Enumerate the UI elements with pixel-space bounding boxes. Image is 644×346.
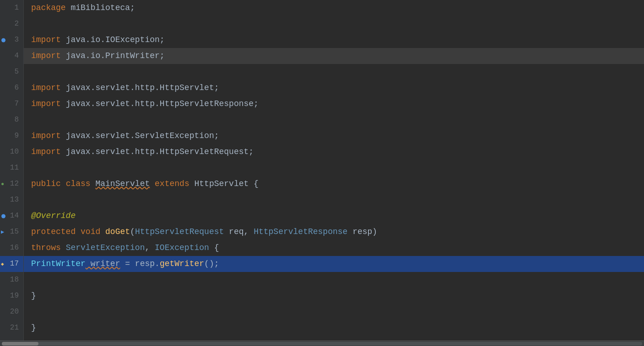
token: throws xyxy=(31,243,66,252)
scrollbar-track[interactable] xyxy=(2,342,642,346)
token: writer xyxy=(86,259,120,268)
token: HttpServlet xyxy=(194,179,249,188)
scrollbar-thumb[interactable] xyxy=(2,342,38,346)
code-line-6: import javax.servlet.http.HttpServlet; xyxy=(24,80,644,96)
token: { xyxy=(249,179,259,188)
token: ; xyxy=(214,83,219,92)
line-number-11: 11 xyxy=(0,160,23,176)
line-number-7: 7 xyxy=(0,96,23,112)
code-line-4: import java.io.PrintWriter; xyxy=(24,48,644,64)
token: extends xyxy=(150,179,194,188)
token: ; xyxy=(254,99,259,108)
code-line-8 xyxy=(24,112,644,128)
code-line-17: PrintWriter writer = resp.getWriter(); xyxy=(24,256,644,272)
token: IOException xyxy=(155,243,209,252)
line-number-18: 18 xyxy=(0,272,23,288)
code-content[interactable]: package miBiblioteca;import java.io.IOEx… xyxy=(24,0,644,341)
code-line-1: package miBiblioteca; xyxy=(24,0,644,16)
token: req, xyxy=(224,227,254,236)
code-line-7: import javax.servlet.http.HttpServletRes… xyxy=(24,96,644,112)
code-editor: 1234567891011●121314▶1516◆1718192021 pac… xyxy=(0,0,644,346)
token: java.io.IOException xyxy=(66,35,160,44)
token: miBiblioteca xyxy=(70,3,130,12)
line-number-14: 14 xyxy=(0,208,23,224)
token: public xyxy=(31,179,66,188)
token: } xyxy=(31,323,36,332)
code-line-20 xyxy=(24,304,644,320)
token: ; xyxy=(130,3,135,12)
token: getWriter xyxy=(160,259,204,268)
token: java.io.PrintWriter xyxy=(66,51,160,60)
gutter-method-icon: ▶ xyxy=(1,224,4,240)
code-line-5 xyxy=(24,64,644,80)
token: HttpServletResponse xyxy=(254,227,347,236)
token: javax.servlet.http.HttpServletRequest xyxy=(66,147,249,156)
code-line-2 xyxy=(24,16,644,32)
line-number-5: 5 xyxy=(0,64,23,80)
line-number-1: 1 xyxy=(0,0,23,16)
horizontal-scrollbar[interactable] xyxy=(0,341,644,346)
token: ; xyxy=(249,147,254,156)
token: protected xyxy=(31,227,81,236)
token: import xyxy=(31,147,66,156)
token: @Override xyxy=(31,211,76,220)
line-number-12: ●12 xyxy=(0,176,23,192)
line-number-4: 4 xyxy=(0,48,23,64)
line-number-21: 21 xyxy=(0,320,23,336)
token: ; xyxy=(160,35,165,44)
code-line-9: import javax.servlet.ServletException; xyxy=(24,128,644,144)
token: javax.servlet.http.HttpServletResponse xyxy=(66,99,254,108)
token: javax.servlet.ServletException xyxy=(66,131,214,140)
token: PrintWriter xyxy=(31,259,86,268)
line-numbers: 1234567891011●121314▶1516◆1718192021 xyxy=(0,0,24,341)
code-line-14: @Override xyxy=(24,208,644,224)
token: import xyxy=(31,131,66,140)
code-line-11 xyxy=(24,160,644,176)
code-line-18 xyxy=(24,272,644,288)
line-number-15: ▶15 xyxy=(0,224,23,240)
token: (); xyxy=(204,259,219,268)
token: MainServlet xyxy=(95,179,150,188)
code-line-12: public class MainServlet extends HttpSer… xyxy=(24,176,644,192)
code-line-19: } xyxy=(24,288,644,304)
token: HttpServletRequest xyxy=(135,227,224,236)
token: import xyxy=(31,51,66,60)
token: import xyxy=(31,83,66,92)
gutter-class-icon: ● xyxy=(1,176,4,192)
token: void xyxy=(81,227,105,236)
token: ; xyxy=(214,131,219,140)
token: package xyxy=(31,3,70,12)
token: resp) xyxy=(347,227,377,236)
line-number-19: 19 xyxy=(0,288,23,304)
line-number-20: 20 xyxy=(0,304,23,320)
code-area: 1234567891011●121314▶1516◆1718192021 pac… xyxy=(0,0,644,341)
token: } xyxy=(31,291,36,300)
line-number-10: 10 xyxy=(0,144,23,160)
token: ServletException xyxy=(66,243,145,252)
line-number-16: 16 xyxy=(0,240,23,256)
code-line-10: import javax.servlet.http.HttpServletReq… xyxy=(24,144,644,160)
token: , xyxy=(145,243,155,252)
gutter-dot-icon xyxy=(1,38,5,42)
token: import xyxy=(31,99,66,108)
token: doGet xyxy=(105,227,130,236)
line-number-13: 13 xyxy=(0,192,23,208)
code-line-21: } xyxy=(24,320,644,336)
token: ; xyxy=(160,51,165,60)
line-number-6: 6 xyxy=(0,80,23,96)
gutter-field-icon: ◆ xyxy=(1,256,4,272)
token: import xyxy=(31,35,66,44)
token: class xyxy=(66,179,96,188)
code-line-3: import java.io.IOException; xyxy=(24,32,644,48)
token: = resp. xyxy=(120,259,159,268)
code-line-16: throws ServletException, IOException { xyxy=(24,240,644,256)
line-number-8: 8 xyxy=(0,112,23,128)
code-line-15: protected void doGet(HttpServletRequest … xyxy=(24,224,644,240)
line-number-3: 3 xyxy=(0,32,23,48)
line-number-9: 9 xyxy=(0,128,23,144)
line-number-17: ◆17 xyxy=(0,256,23,272)
token: javax.servlet.http.HttpServlet xyxy=(66,83,214,92)
line-number-2: 2 xyxy=(0,16,23,32)
gutter-dot-icon xyxy=(1,214,5,218)
token: { xyxy=(209,243,219,252)
